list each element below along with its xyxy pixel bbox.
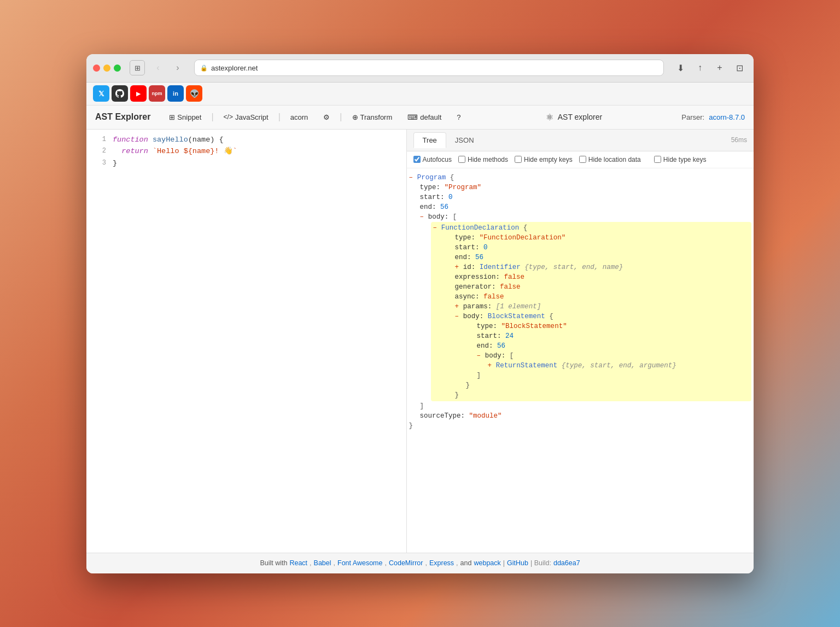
keyboard-button[interactable]: ⌨ default <box>402 111 447 124</box>
autofocus-option[interactable]: Autofocus <box>413 156 452 163</box>
fd-type-key: type: <box>455 234 480 242</box>
tabs-button[interactable]: ⊡ <box>732 60 747 75</box>
browser-window: ⊞ ‹ › 🔒 astexplorer.net ⬇ ↑ + ⊡ 𝕏 ▶ npm … <box>86 54 754 573</box>
program-toggle[interactable]: – <box>409 174 413 181</box>
body-toggle[interactable]: – <box>420 213 424 221</box>
start-value: 0 <box>448 194 453 201</box>
transform-label: Transform <box>360 113 393 121</box>
fd-start-field: start: 0 <box>433 243 749 253</box>
bs-start-field: start: 24 <box>433 331 749 341</box>
fd-body-node: – body: BlockStatement { <box>433 312 749 321</box>
fd-close-brace: } <box>433 390 749 400</box>
snippet-button[interactable]: ⊞ Snippet <box>164 111 207 124</box>
back-button[interactable]: ‹ <box>150 60 166 75</box>
tab-tree[interactable]: Tree <box>413 132 446 148</box>
type-key: type: <box>420 184 445 191</box>
bookmark-reddit[interactable]: 👽 <box>186 85 202 102</box>
program-close-brace: } <box>409 421 751 431</box>
bs-start-value: 24 <box>505 332 514 340</box>
fd-id-key: id: <box>463 263 480 271</box>
footer-webpack-link[interactable]: webpack <box>474 559 500 567</box>
bookmark-twitter[interactable]: 𝕏 <box>93 85 109 102</box>
settings-button[interactable]: ⚙ <box>318 111 335 124</box>
ast-panel: Tree JSON 56ms Autofocus Hide methods Hi… <box>407 130 754 553</box>
tab-json[interactable]: JSON <box>446 133 483 148</box>
footer-express-link[interactable]: Express <box>429 559 454 567</box>
fd-id-toggle[interactable]: + <box>455 263 459 271</box>
hide-location-data-checkbox[interactable] <box>579 156 586 163</box>
bookmark-youtube[interactable]: ▶ <box>130 85 147 102</box>
ast-tree: – Program { type: "Program" start: 0 end… <box>407 168 754 553</box>
line-code-2: return `Hello ${name}! 👋` <box>113 145 237 157</box>
source-type-key: sourceType: <box>420 412 469 420</box>
app-header-center: ⚛ AST explorer <box>466 112 682 122</box>
bs-body-toggle[interactable]: – <box>477 352 481 360</box>
fd-body-toggle[interactable]: – <box>455 313 459 320</box>
code-line-2: 2 return `Hello ${name}! 👋` <box>86 145 406 157</box>
hide-methods-checkbox[interactable] <box>458 156 465 163</box>
app-header: AST Explorer ⊞ Snippet | </> JavaScript … <box>86 106 754 130</box>
footer-react-link[interactable]: React <box>289 559 307 567</box>
program-close: } <box>409 422 413 430</box>
snippet-icon: ⊞ <box>169 113 175 121</box>
download-button[interactable]: ⬇ <box>673 60 688 75</box>
hide-location-data-option[interactable]: Hide location data <box>579 156 641 163</box>
fd-params-toggle[interactable]: + <box>455 303 459 310</box>
body-node: – body: [ <box>409 212 751 222</box>
footer-babel-link[interactable]: Babel <box>314 559 331 567</box>
program-type-field: type: "Program" <box>409 183 751 192</box>
close-brace-bs: } <box>466 382 470 389</box>
minimize-button[interactable] <box>103 65 110 72</box>
forward-button[interactable]: › <box>170 60 185 75</box>
fd-body-key: body: <box>463 313 488 320</box>
default-label: default <box>420 113 441 121</box>
main-content: 1 function sayHello(name) { 2 return `He… <box>86 130 754 553</box>
fd-async-field: async: false <box>433 292 749 302</box>
return-toggle[interactable]: + <box>488 362 492 370</box>
keyboard-icon: ⌨ <box>407 113 418 121</box>
line-code-3: } <box>113 157 117 169</box>
transform-icon: ⊕ <box>352 113 358 121</box>
line-number-1: 1 <box>91 134 106 145</box>
bs-start-key: start: <box>477 332 506 340</box>
footer-fontawesome-link[interactable]: Font Awesome <box>337 559 382 567</box>
bs-close-brace: } <box>433 380 749 390</box>
new-tab-button[interactable]: + <box>712 60 727 75</box>
sidebar-toggle-button[interactable]: ⊞ <box>130 60 145 75</box>
code-panel: 1 function sayHello(name) { 2 return `He… <box>86 130 407 553</box>
function-declaration-brace: { <box>523 224 528 232</box>
close-button[interactable] <box>93 65 100 72</box>
bs-body-node: – body: [ <box>433 351 749 361</box>
code-editor[interactable]: 1 function sayHello(name) { 2 return `He… <box>86 130 406 553</box>
footer-codemirror-link[interactable]: CodeMirror <box>389 559 423 567</box>
language-button[interactable]: </> JavaScript <box>218 111 274 124</box>
app-title: AST Explorer <box>95 112 150 122</box>
hide-type-keys-option[interactable]: Hide type keys <box>654 156 707 163</box>
share-button[interactable]: ↑ <box>692 60 708 75</box>
maximize-button[interactable] <box>114 65 121 72</box>
fd-type-value: "FunctionDeclaration" <box>480 234 566 242</box>
hide-empty-keys-checkbox[interactable] <box>515 156 522 163</box>
title-bar: ⊞ ‹ › 🔒 astexplorer.net ⬇ ↑ + ⊡ <box>86 54 754 83</box>
function-declaration-toggle[interactable]: – <box>433 224 438 232</box>
hide-type-keys-checkbox[interactable] <box>654 156 661 163</box>
help-button[interactable]: ? <box>451 111 466 124</box>
hide-methods-option[interactable]: Hide methods <box>458 156 508 163</box>
parser-version-link[interactable]: acorn-8.7.0 <box>709 113 745 121</box>
url-bar[interactable]: 🔒 astexplorer.net <box>194 60 664 76</box>
bookmark-linkedin[interactable]: in <box>167 85 184 102</box>
app-header-left: AST Explorer ⊞ Snippet | </> JavaScript … <box>95 111 466 124</box>
parser-label: acorn <box>290 113 308 121</box>
end-value: 56 <box>440 203 448 211</box>
footer-build-link[interactable]: dda6ea7 <box>553 559 580 567</box>
footer-github-link[interactable]: GitHub <box>507 559 528 567</box>
bookmarks-bar: 𝕏 ▶ npm in 👽 <box>86 83 754 106</box>
autofocus-checkbox[interactable] <box>413 156 421 163</box>
parser-button[interactable]: acorn <box>285 111 314 124</box>
fd-expression-field: expression: false <box>433 272 749 282</box>
bookmark-npm[interactable]: npm <box>149 85 165 102</box>
hide-empty-keys-option[interactable]: Hide empty keys <box>515 156 573 163</box>
line-number-3: 3 <box>91 157 106 168</box>
bookmark-github[interactable] <box>112 85 128 102</box>
transform-button[interactable]: ⊕ Transform <box>347 111 398 124</box>
